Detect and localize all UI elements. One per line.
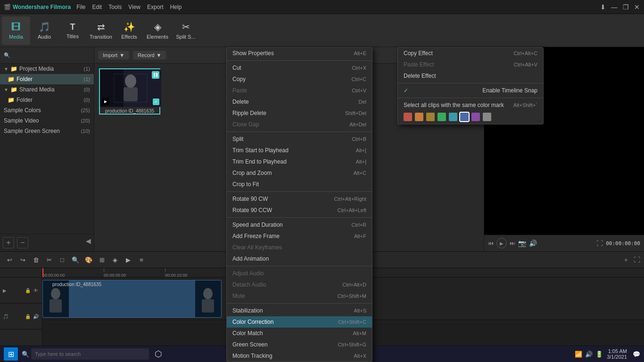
sidebar-item-sample-colors[interactable]: Sample Colors (25) [0,105,94,115]
ctx-rotate-cw[interactable]: Rotate 90 CW Ctrl+Alt+Right [227,193,372,205]
swatch-green[interactable] [438,113,446,121]
swatch-red[interactable] [404,113,412,121]
sidebar-item-folder[interactable]: 📁 Folder (1) [0,74,94,84]
menu-help[interactable]: Help [170,4,182,10]
preview-snapshot-button[interactable]: 📷 [518,239,526,247]
ctx-split[interactable]: Split Ctrl+B [227,133,372,145]
ctx-show-properties[interactable]: Show Properties Alt+E [227,48,372,59]
volume-icon[interactable]: 🔊 [585,351,593,358]
track-lock-button[interactable]: 🔒 [25,287,31,294]
zoom-button[interactable]: 🔍 [70,254,81,265]
menu-tools[interactable]: Tools [108,4,122,10]
preview-fullscreen-button[interactable]: ⛶ [596,239,603,247]
ctx-speed-duration[interactable]: Speed and Duration Ctrl+R [227,219,372,230]
ctx-trim-start[interactable]: Trim Start to Playhead Alt+[ [227,145,372,156]
crop-button[interactable]: □ [57,254,68,265]
sidebar-item-folder2[interactable]: 📁 Folder (0) [0,95,94,105]
toolbar-effects[interactable]: ✨ Effects [115,16,143,45]
record-button[interactable]: Record ▼ [133,51,166,59]
wifi-icon[interactable]: 📶 [575,351,582,358]
swatch-yellow[interactable] [426,113,435,121]
toolbar-transition[interactable]: ⇄ Transition [87,16,115,45]
sidebar-item-sample-video[interactable]: Sample Video (20) [0,115,94,126]
pip-button[interactable]: ⊞ [96,254,107,265]
close-button[interactable]: ✕ [634,4,640,10]
cut-timeline-button[interactable]: ✂ [43,254,55,265]
swatch-gray[interactable] [483,113,491,121]
ctx-enable-snap[interactable]: ✓ Enable Timeline Snap [398,85,543,96]
menu-export[interactable]: Export [147,4,164,10]
ctx-copy[interactable]: Copy Ctrl+C [227,74,372,85]
toolbar-elements[interactable]: ◈ Elements [143,16,172,45]
ctx-trim-start-shortcut: Alt+[ [356,148,366,153]
taskbar-notification-icon[interactable]: 💬 [633,351,640,358]
ctx-delete-effect[interactable]: Delete Effect [398,70,543,82]
preview-next-button[interactable]: ⏭ [510,240,515,247]
audio-tl-button[interactable]: ≡ [136,254,147,265]
ctx-delete[interactable]: Delete Del [227,96,372,107]
swatch-blue[interactable] [460,113,469,121]
ctx-cut[interactable]: Cut Ctrl+X [227,62,372,74]
ctx-ripple-delete[interactable]: Ripple Delete Shift+Del [227,107,372,119]
ctx-color-match[interactable]: Color Match Alt+M [227,328,372,339]
import-button[interactable]: Import ▼ [98,51,129,59]
toolbar-titles[interactable]: T Titles [58,16,87,45]
redo-button[interactable]: ↪ [17,254,28,265]
sidebar-item-project-media[interactable]: ▼ 📁 Project Media (1) [0,64,94,74]
ctx-add-freeze[interactable]: Add Freeze Frame Alt+F [227,230,372,242]
battery-icon[interactable]: 🔋 [595,351,603,358]
add-folder-button[interactable]: + [3,237,14,248]
playhead[interactable] [42,268,43,277]
taskbar-system-icons: 📶 🔊 🔋 [575,351,603,358]
sample-colors-count: (25) [81,107,90,113]
taskbar-right: 📶 🔊 🔋 1:05 AM 3/1/2021 💬 [575,348,640,360]
swatch-purple[interactable] [471,113,480,121]
toolbar-media[interactable]: 🎞 Media [2,16,30,45]
ctx-add-animation[interactable]: Add Animation [227,253,372,264]
sidebar-item-sample-green[interactable]: Sample Green Screen (10) [0,126,94,136]
ctx-green-screen[interactable]: Green Screen Ctrl+Shift+G [227,339,372,350]
menu-view[interactable]: View [128,4,140,10]
speed-button[interactable]: ▶ [123,254,134,265]
remove-folder-button[interactable]: − [17,237,28,248]
ctx-color-correction[interactable]: Color Correction Ctrl+Shift+C [227,316,372,328]
start-button[interactable]: ⊞ [4,347,18,361]
collapse-arrow-icon[interactable]: ◀ [86,237,91,248]
ctx-rotate-ccw[interactable]: Rotate 90 CCW Ctrl+Alt+Left [227,205,372,216]
toolbar-split[interactable]: ✂ Split S... [172,16,200,45]
download-icon[interactable]: ⬇ [600,4,606,10]
track-audio-volume-button[interactable]: 🔊 [33,313,39,320]
menu-edit[interactable]: Edit [92,4,102,10]
ctx-crop-fit[interactable]: Crop to Fit [227,179,372,190]
media-item-production[interactable]: ✓ ▶ production ID_4881635 [99,68,160,115]
ctx-select-color-clips[interactable]: Select all clips with the same color mar… [398,99,543,111]
preview-volume-button[interactable]: 🔊 [529,239,537,247]
swatch-teal[interactable] [449,113,457,121]
taskbar-edge-icon[interactable]: ⬡ [155,349,162,359]
toolbar-audio[interactable]: 🎵 Audio [30,16,58,45]
swatch-orange[interactable] [415,113,423,121]
taskbar-time[interactable]: 1:05 AM 3/1/2021 [607,348,627,360]
preview-play-button[interactable]: ▶ [496,238,507,248]
track-visibility-button[interactable]: 👁 [33,287,39,294]
delete-button[interactable]: 🗑 [30,254,41,265]
timeline-expand-button[interactable]: ⛶ [634,256,640,263]
ctx-stabilization[interactable]: Stabilization Alt+S [227,305,372,316]
track-audio-lock-button[interactable]: 🔒 [25,313,31,320]
preview-prev-button[interactable]: ⏮ [488,240,494,247]
minimize-button[interactable]: — [611,4,618,10]
timeline-add-track-button[interactable]: + [624,256,628,263]
ctx-trim-end[interactable]: Trim End to Playhead Alt+] [227,156,372,167]
video-clip[interactable]: ▶ production ID_4881635 [42,280,222,318]
restore-button[interactable]: ❐ [622,4,629,10]
ctx-motion-tracking[interactable]: Motion Tracking Alt+X [227,350,372,362]
ctx-copy-effect[interactable]: Copy Effect Ctrl+Alt+C [398,48,543,59]
sample-video-label: Sample Video [4,117,39,124]
sidebar-item-shared-media[interactable]: ▼ 📁 Shared Media (0) [0,84,94,95]
ctx-crop-zoom[interactable]: Crop and Zoom Alt+C [227,167,372,179]
menu-file[interactable]: File [76,4,85,10]
undo-button[interactable]: ↩ [4,254,15,265]
color-button[interactable]: 🎨 [83,254,94,265]
taskbar-search-input[interactable] [31,348,149,360]
motion-button[interactable]: ◈ [109,254,121,265]
